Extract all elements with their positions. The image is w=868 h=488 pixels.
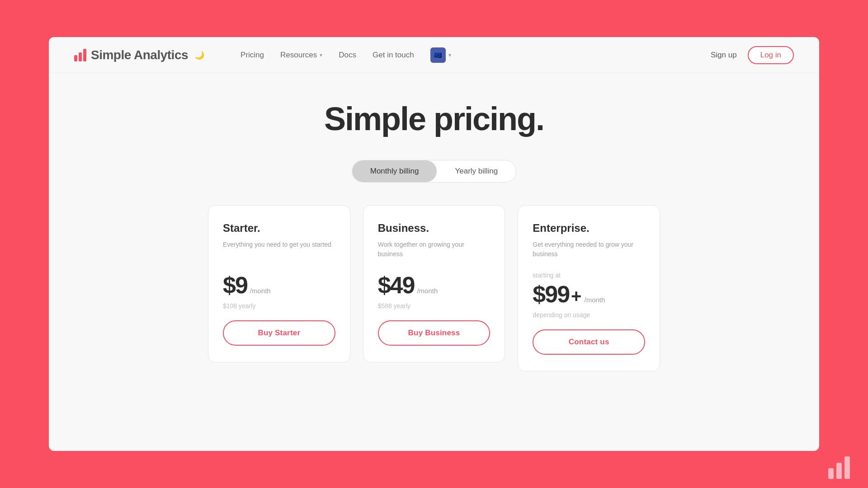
logo-bar-2 (79, 52, 82, 61)
starter-price-period: /month (250, 287, 271, 295)
business-price-row: $49 /month (378, 272, 491, 299)
nav-docs[interactable]: Docs (339, 51, 356, 60)
business-price-period: /month (417, 287, 438, 295)
starter-plan-name: Starter. (223, 222, 335, 235)
nav-pricing[interactable]: Pricing (241, 51, 264, 60)
content-area: Simple pricing. Monthly billing Yearly b… (49, 73, 819, 389)
page-title: Simple pricing. (324, 100, 544, 137)
business-card: Business. Work together on growing your … (363, 205, 505, 362)
enterprise-price-period: /month (584, 296, 605, 304)
yearly-billing-btn[interactable]: Yearly billing (437, 160, 516, 182)
chevron-down-icon: ▾ (320, 52, 322, 58)
starter-plan-desc: Everything you need to get you started (223, 240, 335, 259)
buy-starter-button[interactable]: Buy Starter (223, 320, 335, 346)
bg-bar-2 (836, 463, 842, 479)
enterprise-plan-desc: Get everything needed to grow your busin… (533, 240, 645, 259)
depending-on-label: depending on usage (533, 311, 645, 319)
enterprise-card: Enterprise. Get everything needed to gro… (518, 205, 660, 371)
monthly-billing-btn[interactable]: Monthly billing (352, 160, 437, 182)
enterprise-plan-name: Enterprise. (533, 222, 645, 235)
main-container: Simple Analytics 🌙 Pricing Resources ▾ D… (49, 37, 819, 451)
nav-get-in-touch[interactable]: Get in touch (373, 51, 414, 60)
logo-area[interactable]: Simple Analytics 🌙 (74, 48, 204, 62)
login-button[interactable]: Log in (748, 46, 794, 64)
buy-business-button[interactable]: Buy Business (378, 320, 491, 346)
pricing-cards: Starter. Everything you need to get you … (208, 205, 660, 371)
bg-bar-3 (844, 456, 850, 479)
nav-right: Sign up Log in (711, 46, 794, 64)
moon-icon: 🌙 (194, 50, 204, 60)
business-plan-name: Business. (378, 222, 491, 235)
starter-price-amount: $9 (223, 272, 247, 299)
eu-badge: 🇪🇺 (430, 47, 446, 63)
navbar: Simple Analytics 🌙 Pricing Resources ▾ D… (49, 37, 819, 73)
sign-up-link[interactable]: Sign up (711, 51, 737, 60)
logo-bar-1 (74, 55, 77, 61)
logo-bar-3 (83, 49, 86, 61)
contact-us-button[interactable]: Contact us (533, 329, 645, 355)
business-plan-desc: Work together on growing your business (378, 240, 491, 259)
logo-icon (74, 49, 86, 61)
bg-decoration (828, 456, 850, 479)
business-price-amount: $49 (378, 272, 415, 299)
business-yearly: $588 yearly (378, 302, 491, 310)
brand-name: Simple Analytics (91, 48, 188, 62)
enterprise-price-amount: $99 (533, 281, 569, 308)
starter-card: Starter. Everything you need to get you … (208, 205, 350, 362)
starter-yearly: $108 yearly (223, 302, 335, 310)
starter-price-row: $9 /month (223, 272, 335, 299)
enterprise-price-row: $99 + /month (533, 281, 645, 308)
nav-links: Pricing Resources ▾ Docs Get in touch 🇪🇺… (241, 47, 451, 63)
eu-flag-selector[interactable]: 🇪🇺 ▾ (430, 47, 451, 63)
bg-bar-1 (828, 468, 834, 479)
starting-at-label: starting at (533, 272, 645, 279)
nav-resources[interactable]: Resources ▾ (280, 51, 322, 60)
chevron-down-icon-eu: ▾ (448, 52, 451, 58)
billing-toggle: Monthly billing Yearly billing (352, 160, 517, 183)
enterprise-price-plus: + (571, 286, 581, 306)
